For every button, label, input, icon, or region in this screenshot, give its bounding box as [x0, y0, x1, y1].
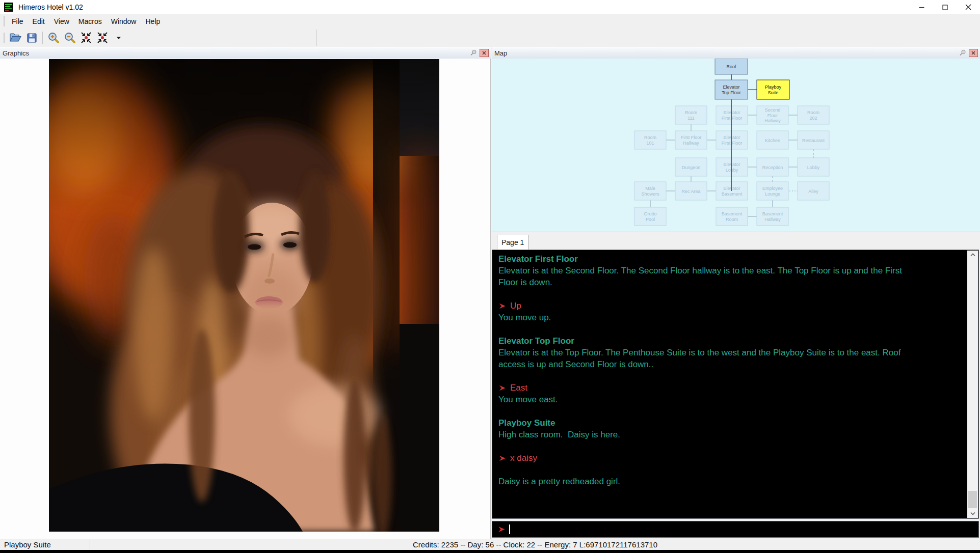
shrink-window-2-button[interactable]	[95, 31, 110, 45]
minimize-button[interactable]	[910, 0, 933, 14]
transcript-room-heading: Playboy Suite	[498, 417, 916, 429]
map-room-second-floor-hallway-5[interactable]: SecondFloorHallway	[757, 106, 788, 124]
menu-items: FileEditViewMacrosWindowHelp	[7, 15, 165, 28]
map-room-room-111-3[interactable]: Room111	[675, 106, 707, 124]
transcript-body-text: Daisy is a pretty redheaded girl.	[498, 476, 916, 487]
menubar-gripper[interactable]	[4, 16, 5, 26]
zoom-in-icon	[47, 32, 60, 44]
map-room-room-202-6[interactable]: Room202	[798, 106, 829, 124]
open-file-button[interactable]	[8, 31, 23, 45]
command-text: Up	[510, 300, 521, 312]
transcript-blank-line	[498, 370, 916, 382]
shrink-window-1-button[interactable]	[78, 31, 94, 45]
map-room-male-showers-16[interactable]: MaleShowers	[634, 182, 666, 200]
command-text: East	[510, 382, 527, 394]
transcript-command: Up	[498, 300, 916, 312]
map-room-reception-14[interactable]: Reception	[757, 158, 788, 176]
transcript-room-heading: Elevator First Floor	[498, 253, 916, 265]
scroll-down-button[interactable]	[967, 509, 978, 518]
menu-item-edit[interactable]: Edit	[28, 15, 49, 28]
map-room-dungeon-12[interactable]: Dungeon	[675, 158, 707, 176]
map-room-room-101-7[interactable]: Room101	[634, 131, 666, 149]
minimize-icon	[919, 5, 924, 10]
chevron-up-icon	[970, 253, 975, 257]
hotel-map: Room111ElevatorFirst FloorSecondFloorHal…	[492, 59, 980, 232]
close-button[interactable]	[957, 0, 980, 14]
map-room-basement-hallway-23[interactable]: BasementHallway	[757, 207, 788, 226]
toolbar-items	[7, 31, 127, 45]
menu-item-window[interactable]: Window	[107, 15, 141, 28]
toolbar	[0, 29, 980, 47]
toolbar-gripper[interactable]	[4, 33, 5, 43]
map-tab-page1[interactable]: Page 1	[497, 235, 528, 250]
scrollbar-thumb[interactable]	[968, 491, 977, 508]
map-room-first-floor-hallway-8[interactable]: First FloorHallway	[675, 131, 707, 149]
graphics-pin-button[interactable]	[469, 49, 478, 57]
menu-item-file[interactable]: File	[7, 15, 28, 28]
menu-item-help[interactable]: Help	[141, 15, 165, 28]
maximize-button[interactable]	[933, 0, 957, 14]
map-room-roof-0[interactable]: Roof	[715, 59, 748, 74]
zoom-out-button[interactable]	[62, 31, 77, 45]
map-close-button[interactable]	[969, 49, 978, 57]
command-input[interactable]	[492, 521, 979, 538]
map-room-grotto-pool-21[interactable]: GrottoPool	[634, 207, 666, 226]
room-label: Kitchen	[765, 138, 780, 143]
status-info: Credits: 2235 -- Day: 56 -- Clock: 22 --…	[90, 540, 980, 549]
room-label: ElevatorBasement	[722, 186, 743, 197]
toolbar-overflow-button[interactable]	[111, 31, 126, 45]
graphics-photo	[49, 59, 439, 532]
titlebar: Himeros Hotel v1.02	[0, 0, 980, 14]
toolbar-separator	[316, 30, 316, 46]
transcript-body-text: You move east.	[498, 394, 916, 405]
shrink-icon	[96, 32, 109, 44]
room-label: Rec Area	[681, 189, 700, 194]
chevron-down-icon	[970, 512, 975, 515]
transcript-blank-line	[498, 464, 916, 476]
toolbar-separator	[42, 32, 43, 44]
map-room-employee-lounge-19[interactable]: EmployeeLounge	[757, 182, 788, 200]
graphics-close-button[interactable]	[480, 49, 489, 57]
room-label: EmployeeLounge	[762, 186, 783, 197]
command-text: x daisy	[510, 452, 537, 464]
transcript-blank-line	[498, 323, 916, 335]
output-scrollbar[interactable]	[967, 251, 978, 518]
room-label: ElevatorTop Floor	[722, 85, 741, 95]
room-label: ElevatorFirst Floor	[722, 135, 743, 146]
save-button[interactable]	[24, 31, 39, 45]
map-panel-title: Map	[494, 49, 507, 57]
menu-item-macros[interactable]: Macros	[74, 15, 107, 28]
transcript-command: x daisy	[498, 452, 916, 464]
zoom-in-button[interactable]	[46, 31, 61, 45]
map-room-elevator-top-floor-1[interactable]: ElevatorTop Floor	[715, 80, 748, 99]
app-icon	[4, 3, 13, 12]
map-room-restaurant-11[interactable]: Restaurant	[798, 131, 829, 149]
room-label: Lobby	[807, 165, 820, 170]
close-icon	[965, 4, 971, 10]
app-window: Himeros Hotel v1.02 FileEditViewMacrosWi…	[0, 0, 980, 553]
transcript-body-text: Elevator is at the Top Floor. The Pentho…	[498, 347, 916, 370]
map-room-alley-20[interactable]: Alley	[798, 182, 829, 200]
room-label: GrottoPool	[644, 211, 656, 222]
save-icon	[27, 33, 37, 43]
menu-item-view[interactable]: View	[49, 15, 74, 28]
map-panel-titlebar: Map	[492, 47, 980, 60]
transcript-blank-line	[498, 440, 916, 452]
map-room-basement-room-22[interactable]: BasementRoom	[716, 207, 748, 226]
maximize-icon	[942, 5, 948, 10]
transcript-body-text: You move up.	[498, 312, 916, 323]
graphics-panel: Graphics	[0, 47, 491, 539]
map-room-playboy-suite-2[interactable]: PlayboySuite	[757, 80, 789, 99]
open-folder-icon	[9, 32, 21, 43]
prompt-arrow-icon	[498, 302, 506, 310]
transcript-command: East	[498, 382, 916, 394]
map-room-kitchen-10[interactable]: Kitchen	[757, 131, 788, 149]
room-label: ElevatorFirst Floor	[722, 110, 743, 121]
map-pin-button[interactable]	[958, 49, 967, 57]
window-bottom-edge	[0, 550, 980, 553]
map-room-rec-area-17[interactable]: Rec Area	[675, 182, 707, 200]
transcript-room-heading: Elevator Top Floor	[498, 335, 916, 347]
scroll-up-button[interactable]	[967, 251, 978, 259]
map-room-lobby-15[interactable]: Lobby	[798, 158, 829, 176]
map-panel: Map Room111ElevatorFirst FloorSecondFloo…	[492, 47, 980, 250]
